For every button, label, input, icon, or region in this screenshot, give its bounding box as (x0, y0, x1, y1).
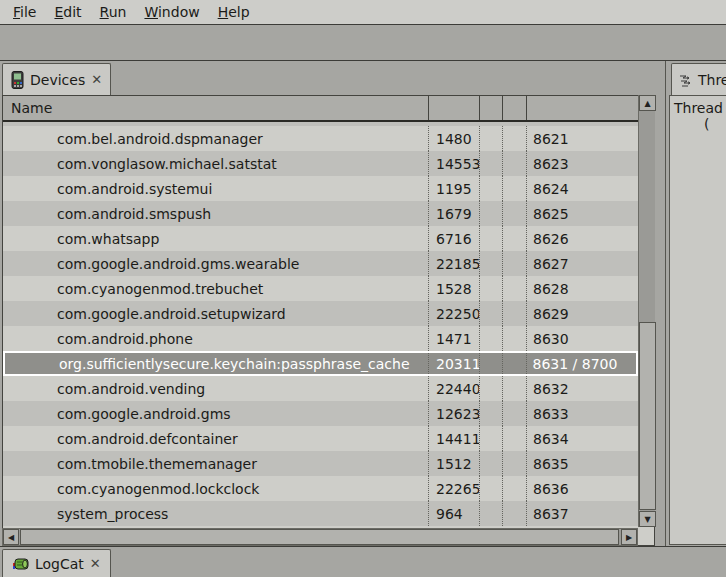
coolbar-strip (0, 26, 726, 61)
process-port-cell: 8628 (527, 276, 637, 301)
process-table-body: com.bel.android.dspmanager 1480 8621 com… (3, 126, 638, 526)
empty-cell (503, 451, 527, 476)
process-port-cell: 8631 / 8700 (527, 353, 636, 374)
column-header-pid[interactable] (429, 96, 480, 120)
tab-devices[interactable]: Devices ✕ (2, 63, 111, 95)
process-port-cell: 8629 (527, 301, 637, 326)
process-port-cell: 8630 (527, 326, 637, 351)
process-pid-cell: 12623 (429, 401, 480, 426)
process-pid-cell: 22185 (429, 251, 480, 276)
table-row[interactable]: com.cyanogenmod.lockclock 22265 8636 (3, 476, 638, 501)
process-pid-cell: 14553 (429, 151, 480, 176)
process-pid-cell: 1512 (429, 451, 480, 476)
empty-cell (480, 126, 503, 151)
empty-cell (480, 301, 503, 326)
table-row[interactable]: com.android.systemui 1195 8624 (3, 176, 638, 201)
empty-cell (480, 251, 503, 276)
menu-window[interactable]: Window (141, 2, 202, 22)
table-row[interactable]: com.vonglasow.michael.satstat 14553 8623 (3, 151, 638, 176)
sash-divider[interactable] (665, 61, 666, 546)
menu-run[interactable]: Run (97, 2, 130, 22)
scroll-right-button[interactable]: ▶ (621, 529, 637, 545)
tab-logcat[interactable]: LogCat ✕ (2, 549, 111, 577)
empty-cell (480, 426, 503, 451)
process-name-cell: com.android.vending (3, 376, 429, 401)
process-name-cell: org.sufficientlysecure.keychain:passphra… (5, 353, 429, 374)
empty-cell (503, 501, 527, 526)
threads-panel-content: Thread up ( (669, 95, 726, 545)
horizontal-scrollbar-thumb[interactable] (20, 529, 619, 545)
close-icon[interactable]: ✕ (90, 557, 101, 570)
scroll-down-button[interactable]: ▼ (639, 511, 656, 527)
scroll-up-button[interactable]: ▲ (639, 95, 656, 111)
tab-threads-label: Threads (698, 72, 726, 88)
table-row[interactable]: com.tmobile.thememanager 1512 8635 (3, 451, 638, 476)
empty-cell (480, 276, 503, 301)
table-row[interactable]: com.google.android.gms.wearable 22185 86… (3, 251, 638, 276)
process-port-cell: 8637 (527, 501, 637, 526)
process-pid-cell: 22440 (429, 376, 480, 401)
table-row[interactable]: system_process 964 8637 (3, 501, 638, 526)
table-row[interactable]: com.cyanogenmod.trebuchet 1528 8628 (3, 276, 638, 301)
process-name-cell: com.cyanogenmod.lockclock (3, 476, 429, 501)
process-pid-cell: 1480 (429, 126, 480, 151)
empty-cell (503, 151, 527, 176)
process-port-cell: 8626 (527, 226, 637, 251)
logcat-icon (12, 557, 29, 571)
column-header-4[interactable] (503, 96, 527, 120)
tab-threads[interactable]: Threads (671, 63, 726, 95)
table-row[interactable]: com.android.vending 22440 8632 (3, 376, 638, 401)
empty-cell (503, 251, 527, 276)
empty-cell (480, 501, 503, 526)
process-port-cell: 8621 (527, 126, 637, 151)
column-header-name-label: Name (11, 100, 52, 116)
process-pid-cell: 6716 (429, 226, 480, 251)
empty-cell (480, 201, 503, 226)
menu-file[interactable]: File (10, 2, 39, 22)
table-row[interactable]: com.google.android.setupwizard 22250 862… (3, 301, 638, 326)
table-row[interactable]: org.sufficientlysecure.keychain:passphra… (3, 351, 638, 376)
process-name-cell: com.android.smspush (3, 201, 429, 226)
empty-cell (480, 476, 503, 501)
column-header-3[interactable] (480, 96, 503, 120)
column-header-name[interactable]: Name (3, 96, 429, 120)
process-port-cell: 8635 (527, 451, 637, 476)
table-row[interactable]: com.whatsapp 6716 8626 (3, 226, 638, 251)
phone-icon (11, 71, 24, 89)
menu-edit[interactable]: Edit (51, 2, 84, 22)
empty-cell (480, 151, 503, 176)
process-name-cell: com.whatsapp (3, 226, 429, 251)
empty-cell (503, 176, 527, 201)
vertical-scrollbar-thumb[interactable] (639, 322, 656, 510)
table-row[interactable]: com.android.defcontainer 14411 8634 (3, 426, 638, 451)
empty-cell (480, 176, 503, 201)
ddms-window: File Edit Run Window Help Devices (0, 0, 726, 577)
process-port-cell: 8623 (527, 151, 637, 176)
table-row[interactable]: com.google.android.gms 12623 8633 (3, 401, 638, 426)
empty-cell (503, 426, 527, 451)
empty-cell (503, 126, 527, 151)
process-pid-cell: 20311 (429, 353, 480, 374)
vertical-scrollbar[interactable]: ▲ ▼ (638, 95, 655, 527)
table-row[interactable]: com.android.smspush 1679 8625 (3, 201, 638, 226)
process-table: Name com.bel.android.dspmanager 1480 862… (2, 95, 655, 546)
process-pid-cell: 964 (429, 501, 480, 526)
threads-message-line2: ( (670, 116, 726, 132)
process-name-cell: com.tmobile.thememanager (3, 451, 429, 476)
table-row[interactable]: com.bel.android.dspmanager 1480 8621 (3, 126, 638, 151)
empty-cell (503, 301, 527, 326)
horizontal-scrollbar[interactable]: ◀ ▶ (2, 528, 638, 546)
column-header-port[interactable] (527, 96, 637, 120)
empty-cell (480, 353, 503, 374)
process-port-cell: 8632 (527, 376, 637, 401)
empty-cell (503, 226, 527, 251)
process-pid-cell: 14411 (429, 426, 480, 451)
scroll-left-button[interactable]: ◀ (3, 529, 19, 545)
menu-help[interactable]: Help (215, 2, 253, 22)
close-icon[interactable]: ✕ (91, 73, 102, 86)
process-name-cell: com.android.systemui (3, 176, 429, 201)
table-row[interactable]: com.android.phone 1471 8630 (3, 326, 638, 351)
process-port-cell: 8633 (527, 401, 637, 426)
empty-cell (480, 376, 503, 401)
process-pid-cell: 1195 (429, 176, 480, 201)
